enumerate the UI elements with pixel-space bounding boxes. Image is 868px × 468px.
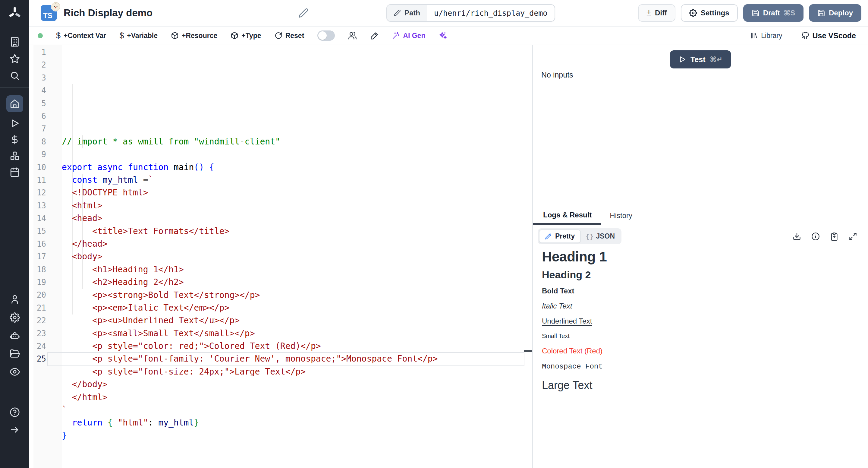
cubes-icon xyxy=(10,151,20,161)
ai-gen-button[interactable]: AI Gen xyxy=(392,32,425,40)
dollar-icon: $ xyxy=(119,31,124,40)
code-line: <head> xyxy=(62,212,532,225)
info-icon[interactable] xyxy=(811,232,820,241)
code-line: <p><strong>Bold Text</strong></p> xyxy=(62,289,532,301)
deploy-button[interactable]: Deploy xyxy=(809,4,861,22)
page-title: Rich Display demo xyxy=(64,7,153,19)
settings-button-label: Settings xyxy=(701,9,730,17)
line-number: 20 xyxy=(33,289,62,301)
dollar-icon: $ xyxy=(56,31,61,40)
code-line: <title>Text Formats</title> xyxy=(62,225,532,238)
multiplayer-button[interactable] xyxy=(348,31,357,40)
code-line: return { "html": my_html} xyxy=(62,416,532,429)
sidebar-item-workers[interactable] xyxy=(6,330,23,341)
sidebar-item-favorites[interactable] xyxy=(6,54,23,64)
add-variable-button[interactable]: $ +Variable xyxy=(119,31,158,40)
tab-logs-result[interactable]: Logs & Result xyxy=(533,207,601,225)
ai-sparkles-button[interactable] xyxy=(438,31,447,40)
sidebar-item-resources[interactable] xyxy=(6,151,23,161)
line-number: 12 xyxy=(33,186,62,199)
test-button[interactable]: Test ⌘↵ xyxy=(670,50,731,68)
sidebar-item-audit[interactable] xyxy=(6,367,23,377)
folder-open-icon xyxy=(10,349,20,359)
diff-button[interactable]: ± Diff xyxy=(638,4,675,22)
sidebar-item-search[interactable] xyxy=(6,70,23,81)
status-dot xyxy=(38,33,43,38)
add-type-button[interactable]: +Type xyxy=(230,32,261,40)
code-line: </html> xyxy=(62,391,532,404)
collab-toggle[interactable] xyxy=(317,30,335,41)
plus-minus-icon: ± xyxy=(647,8,651,17)
edit-title-pencil-icon[interactable] xyxy=(299,8,309,18)
test-kbd-hint: ⌘↵ xyxy=(710,56,722,64)
overview-ruler-cursor[interactable] xyxy=(524,350,532,352)
rendered-result: Heading 1Heading 2Bold TextItalic TextUn… xyxy=(533,247,868,392)
code-line: <h1>Heading 1</h1> xyxy=(62,263,532,276)
line-number: 11 xyxy=(33,174,62,186)
inputs-section: Test ⌘↵ No inputs xyxy=(533,45,868,207)
code-line: <h2>Heading 2</h2> xyxy=(62,276,532,289)
sidebar-item-workspace[interactable] xyxy=(6,37,23,47)
sidebar-item-users[interactable] xyxy=(6,294,23,304)
code-editor[interactable]: 1234567891011121314151617181920212223242… xyxy=(29,45,532,468)
code-area[interactable]: // import * as wmill from "windmill-clie… xyxy=(62,45,532,468)
code-line: <body> xyxy=(62,250,532,263)
code-line: <p style="font-family: 'Courier New', mo… xyxy=(62,352,532,365)
result-line-bold: Bold Text xyxy=(542,287,862,295)
library-button[interactable]: Library xyxy=(750,32,782,40)
sidebar-item-home[interactable] xyxy=(6,95,23,112)
line-number: 5 xyxy=(33,97,62,110)
add-type-label: +Type xyxy=(241,32,261,40)
use-vscode-button[interactable]: Use VScode xyxy=(801,31,856,40)
sidebar-divider xyxy=(0,87,29,88)
windmill-logo[interactable] xyxy=(0,0,29,27)
add-context-var-button[interactable]: $ +Context Var xyxy=(56,31,106,40)
typescript-badge-label: TS xyxy=(43,11,53,20)
sidebar-item-variables[interactable] xyxy=(6,135,23,145)
save-icon xyxy=(817,9,825,17)
line-number: 13 xyxy=(33,199,62,212)
line-number: 3 xyxy=(33,71,62,84)
calendar-icon xyxy=(10,167,20,177)
add-resource-button[interactable]: +Resource xyxy=(171,32,217,40)
result-line-red: Colored Text (Red) xyxy=(542,347,862,355)
json-toggle-button[interactable]: { } JSON xyxy=(581,230,620,242)
line-number: 4 xyxy=(33,84,62,97)
tab-history[interactable]: History xyxy=(601,207,641,225)
settings-button[interactable]: Settings xyxy=(681,4,738,22)
download-icon[interactable] xyxy=(793,232,801,241)
braces-icon: { } xyxy=(586,233,593,240)
reset-button[interactable]: Reset xyxy=(275,32,304,40)
code-line: <p style="font-size: 24px;">Large Text</… xyxy=(62,365,532,378)
sidebar-item-folders[interactable] xyxy=(6,349,23,359)
sidebar-collapse[interactable] xyxy=(6,425,23,435)
sidebar-item-runs[interactable] xyxy=(6,118,23,128)
result-line-underline: Underlined Text xyxy=(542,317,862,325)
result-line-mono: Monospace Font xyxy=(542,362,862,371)
reset-label: Reset xyxy=(285,32,304,40)
user-icon xyxy=(10,294,20,304)
line-number: 18 xyxy=(33,263,62,276)
building-icon xyxy=(10,37,20,47)
pencil-icon xyxy=(394,9,401,17)
path-label: Path xyxy=(404,9,420,17)
sidebar-item-settings[interactable] xyxy=(6,313,23,323)
play-icon xyxy=(678,56,686,63)
users-icon xyxy=(348,31,357,40)
sidebar-item-schedules[interactable] xyxy=(6,167,23,177)
path-value[interactable]: u/henri/rich_display_demo xyxy=(427,5,555,21)
format-code-button[interactable] xyxy=(370,31,379,40)
editor-toolbar: $ +Context Var $ +Variable +Resource +Ty… xyxy=(29,27,868,45)
line-number: 22 xyxy=(33,314,62,327)
copy-result-icon[interactable] xyxy=(830,232,838,241)
path-label-segment: Path xyxy=(387,5,427,21)
code-line xyxy=(62,442,532,455)
expand-icon[interactable] xyxy=(849,232,857,241)
pretty-toggle-button[interactable]: Pretty xyxy=(539,230,581,243)
draft-button[interactable]: Draft ⌘S xyxy=(743,4,804,22)
sidebar-item-help[interactable] xyxy=(6,407,23,417)
line-number: 17 xyxy=(33,250,62,263)
path-control[interactable]: Path u/henri/rich_display_demo xyxy=(386,4,555,22)
line-number: 15 xyxy=(33,225,62,237)
result-line-small: Small Text xyxy=(542,332,862,340)
